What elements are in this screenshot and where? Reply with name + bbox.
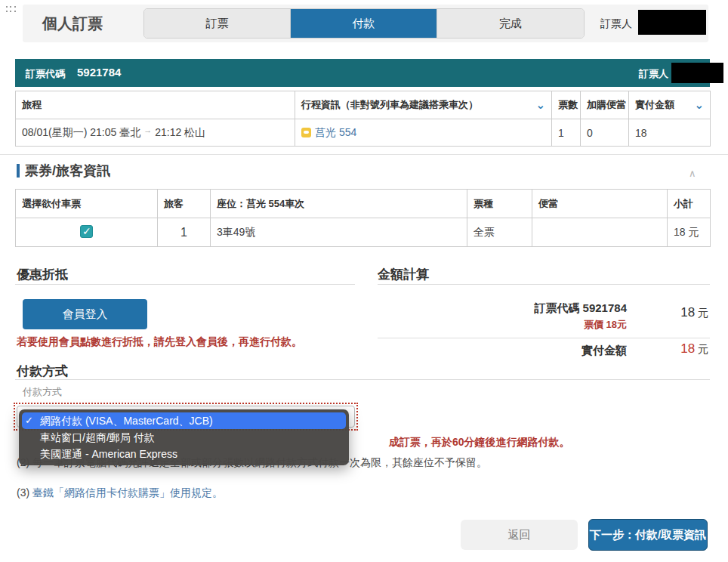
total-label: 實付金額 bbox=[378, 344, 627, 358]
tab-payment[interactable]: 付款 bbox=[291, 9, 437, 38]
seat-cell: 3車49號 bbox=[211, 218, 467, 247]
col-journey: 旅程 bbox=[16, 91, 295, 119]
col-passenger: 旅客 bbox=[158, 190, 211, 218]
booker-label: 訂票人 bbox=[600, 17, 632, 31]
col-meal: 便當 bbox=[532, 190, 668, 218]
train-link[interactable]: 莒光 554 bbox=[315, 126, 356, 138]
journey-cell: 08/01(星期一) 21:05 臺北→21:12 松山 bbox=[16, 119, 295, 147]
ticket-table: 選擇欲付車票 旅客 座位：莒光 554車次 票種 便當 小計 1 3車49號 全… bbox=[15, 189, 711, 247]
amount-divider bbox=[378, 338, 710, 338]
payment-method-dropdown: ✓ 網路付款 (VISA、MasterCard、JCB) 車站窗口/超商/郵局 … bbox=[19, 409, 349, 465]
bar-booker-label: 訂票人 bbox=[639, 67, 668, 81]
journey-table: 旅程 行程資訊（非對號列車為建議搭乘車次） ⌄ 票數 加購便當 實付金額 ⌄ 0… bbox=[15, 91, 711, 147]
ticket-row: 1 3車49號 全票 18 元 bbox=[16, 218, 711, 247]
train-cell: 莒光 554 bbox=[295, 119, 552, 147]
train-icon bbox=[301, 128, 311, 137]
redacted-booker-name bbox=[671, 63, 723, 83]
payment-title: 付款方式 bbox=[17, 363, 68, 380]
amount-calc-underline bbox=[378, 284, 710, 285]
discount-note: 若要使用會員點數進行折抵，請先登入會員後，再進行付款。 bbox=[17, 335, 302, 349]
total-value: 18 元 bbox=[642, 341, 708, 357]
chevron-down-icon[interactable]: ⌄ bbox=[535, 101, 545, 109]
col-select-ticket: 選擇欲付車票 bbox=[16, 190, 158, 218]
drag-handle-dots-icon bbox=[6, 6, 17, 14]
discount-title: 優惠折抵 bbox=[17, 266, 68, 283]
payment-note-3: (3) 臺鐵「網路信用卡付款購票」使用規定。 bbox=[17, 486, 223, 500]
section-divider bbox=[0, 154, 728, 155]
ticket-type-cell: 全票 bbox=[467, 218, 532, 247]
step-tabs: 訂票 付款 完成 bbox=[143, 8, 585, 39]
booking-code-label: 訂票代碼 bbox=[26, 67, 65, 81]
member-login-button[interactable]: 會員登入 bbox=[23, 299, 147, 329]
meal-cell bbox=[532, 218, 668, 247]
ticket-header-row: 選擇欲付車票 旅客 座位：莒光 554車次 票種 便當 小計 bbox=[16, 190, 711, 218]
payment-underline bbox=[15, 379, 710, 380]
fare-line: 票價 18元 bbox=[378, 318, 627, 332]
check-icon: ✓ bbox=[25, 412, 40, 429]
amount-calc-title: 金額計算 bbox=[378, 266, 429, 283]
discount-underline bbox=[15, 284, 355, 285]
paid-amount-cell: 18 bbox=[629, 119, 711, 147]
passenger-cell: 1 bbox=[158, 218, 211, 247]
col-meal-addon: 加購便當 bbox=[581, 91, 629, 119]
select-ticket-cell bbox=[16, 218, 158, 247]
credit-card-rules-link[interactable]: 臺鐵「網路信用卡付款購票」使用規定。 bbox=[32, 486, 223, 499]
col-itinerary: 行程資訊（非對號列車為建議搭乘車次） ⌄ bbox=[295, 91, 552, 119]
chevron-down-icon[interactable]: ⌄ bbox=[694, 101, 704, 109]
tab-complete[interactable]: 完成 bbox=[437, 9, 584, 38]
amount-code-line: 訂票代碼 5921784 bbox=[378, 301, 627, 316]
subtotal-cell: 18 元 bbox=[668, 218, 711, 247]
ticket-section-header: 票券/旅客資訊 bbox=[17, 162, 110, 180]
option-american-express[interactable]: 美國運通 - American Express bbox=[19, 446, 349, 462]
option-online-payment[interactable]: ✓ 網路付款 (VISA、MasterCard、JCB) bbox=[22, 412, 346, 429]
back-button[interactable]: 返回 bbox=[461, 520, 578, 550]
journey-row: 08/01(星期一) 21:05 臺北→21:12 松山 莒光 554 1 0 … bbox=[16, 119, 711, 147]
collapse-chevron-up-icon[interactable]: ∧ bbox=[689, 168, 696, 179]
col-paid-amount: 實付金額 ⌄ bbox=[629, 91, 711, 119]
col-ticket-type: 票種 bbox=[467, 190, 532, 218]
meal-addon-cell: 0 bbox=[581, 119, 629, 147]
booking-code-value: 5921784 bbox=[77, 66, 121, 79]
amount-value: 18 元 bbox=[642, 305, 708, 320]
option-station-counter[interactable]: 車站窗口/超商/郵局 付款 bbox=[19, 429, 349, 446]
ticket-section-title: 票券/旅客資訊 bbox=[25, 162, 110, 180]
redacted-booker-name bbox=[638, 10, 706, 35]
col-seat: 座位：莒光 554車次 bbox=[211, 190, 467, 218]
booking-payment-page: 個人訂票 訂票 付款 完成 訂票人 訂票代碼 5921784 訂票人 旅程 行程… bbox=[0, 0, 728, 562]
booking-code-bar: 訂票代碼 5921784 訂票人 bbox=[15, 59, 710, 87]
section-accent-bar bbox=[17, 164, 20, 178]
page-title: 個人訂票 bbox=[42, 14, 103, 34]
ticket-checkbox[interactable] bbox=[80, 225, 93, 238]
payment-note-1: 成訂票，再於60分鐘後進行網路付款。 bbox=[389, 436, 570, 449]
tab-booking[interactable]: 訂票 bbox=[144, 9, 291, 38]
col-subtotal: 小計 bbox=[668, 190, 711, 218]
payment-select-label: 付款方式 bbox=[23, 385, 62, 399]
arrow-right-icon: → bbox=[140, 125, 155, 134]
col-ticket-count: 票數 bbox=[552, 91, 581, 119]
ticket-count-cell: 1 bbox=[552, 119, 581, 147]
journey-header-row: 旅程 行程資訊（非對號列車為建議搭乘車次） ⌄ 票數 加購便當 實付金額 ⌄ bbox=[16, 91, 711, 119]
next-step-button[interactable]: 下一步：付款/取票資訊 bbox=[588, 519, 708, 551]
